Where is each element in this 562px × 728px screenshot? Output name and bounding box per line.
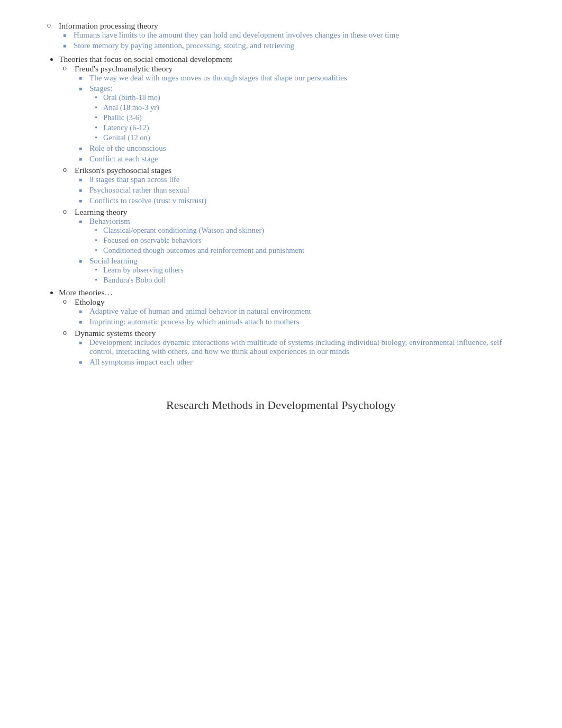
freud-label: Freud's psychoanalytic theory — [75, 64, 173, 73]
social-learning-bullet-2: Bandura's Bobo doll — [103, 276, 519, 285]
social-emotional-subsections: Freud's psychoanalytic theory The way we… — [59, 64, 519, 285]
learning-item: Learning theory Behaviorism Classical/op… — [75, 207, 519, 285]
erikson-label: Erikson's psychosocial stages — [75, 166, 171, 175]
behaviorism-item: Behaviorism Classical/operant conditioni… — [89, 217, 519, 255]
social-learning-item: Social learning Learn by observing other… — [89, 257, 519, 285]
freud-stages: Stages: Oral (birth-18 mo) Anal (18 mo-3… — [89, 84, 519, 142]
social-learning-bullets: Learn by observing others Bandura's Bobo… — [89, 266, 519, 285]
stage-phallic: Phallic (3-6) — [103, 113, 519, 122]
dynamic-bullet-1: Development includes dynamic interaction… — [89, 338, 519, 356]
ethology-bullets: Adaptive value of human and animal behav… — [75, 307, 519, 326]
info-processing-bullets: Humans have limits to the amount they ca… — [59, 31, 519, 50]
section-title: Research Methods in Developmental Psycho… — [43, 398, 519, 412]
dynamic-bullets: Development includes dynamic interaction… — [75, 338, 519, 367]
learning-subsections: Behaviorism Classical/operant conditioni… — [75, 217, 519, 285]
freud-stages-list: Oral (birth-18 mo) Anal (18 mo-3 yr) Pha… — [89, 93, 519, 142]
behaviorism-bullet-2: Focused on oservable behaviors — [103, 236, 519, 245]
info-processing-label: Information processing theory — [59, 21, 158, 30]
ethology-item: Ethology Adaptive value of human and ani… — [75, 297, 519, 326]
info-processing-section: Information processing theory Humans hav… — [43, 21, 519, 50]
erikson-bullet-1: 8 stages that span across life — [89, 175, 519, 184]
ethology-bullet-1: Adaptive value of human and animal behav… — [89, 307, 519, 316]
more-theories-label: More theories… — [59, 288, 113, 297]
social-emotional-item: Theories that focus on social emotional … — [59, 54, 519, 285]
dynamic-label: Dynamic systems theory — [75, 329, 156, 338]
stage-genital: Genital (12 on) — [103, 133, 519, 142]
erikson-bullet-2: Psychosocial rather than sexual — [89, 186, 519, 195]
stage-anal: Anal (18 mo-3 yr) — [103, 103, 519, 112]
dynamic-item: Dynamic systems theory Development inclu… — [75, 329, 519, 367]
more-theories-item: More theories… Ethology Adaptive value o… — [59, 288, 519, 367]
freud-item: Freud's psychoanalytic theory The way we… — [75, 64, 519, 163]
freud-bullet-1: The way we deal with urges moves us thro… — [89, 74, 519, 83]
freud-bullets: The way we deal with urges moves us thro… — [75, 74, 519, 163]
info-processing-item: Information processing theory Humans hav… — [59, 21, 519, 50]
behaviorism-bullets: Classical/operant conditioning (Watson a… — [89, 226, 519, 255]
social-emotional-label: Theories that focus on social emotional … — [59, 54, 232, 63]
info-bullet-1: Humans have limits to the amount they ca… — [74, 31, 519, 40]
social-learning-bullet-1: Learn by observing others — [103, 266, 519, 275]
freud-conflict: Conflict at each stage — [89, 154, 519, 163]
erikson-bullets: 8 stages that span across life Psychosoc… — [75, 175, 519, 205]
freud-unconscious: Role of the unconscious — [89, 144, 519, 153]
erikson-item: Erikson's psychosocial stages 8 stages t… — [75, 166, 519, 205]
page-content: Information processing theory Humans hav… — [43, 21, 519, 412]
stage-latency: Latency (6-12) — [103, 123, 519, 132]
behaviorism-bullet-3: Conditioned though outcomes and reinforc… — [103, 246, 519, 255]
ethology-label: Ethology — [75, 297, 105, 306]
more-theories-subsections: Ethology Adaptive value of human and ani… — [59, 297, 519, 367]
dynamic-bullet-2: All symptoms impact each other — [89, 358, 519, 367]
stage-oral: Oral (birth-18 mo) — [103, 93, 519, 102]
behaviorism-bullet-1: Classical/operant conditioning (Watson a… — [103, 226, 519, 235]
learning-label: Learning theory — [75, 207, 127, 216]
social-emotional-section: Theories that focus on social emotional … — [43, 54, 519, 367]
ethology-bullet-2: Imprinting: automatic process by which a… — [89, 317, 519, 326]
erikson-bullet-3: Conflicts to resolve (trust v mistrust) — [89, 196, 519, 205]
info-bullet-2: Store memory by paying attention, proces… — [74, 41, 519, 50]
